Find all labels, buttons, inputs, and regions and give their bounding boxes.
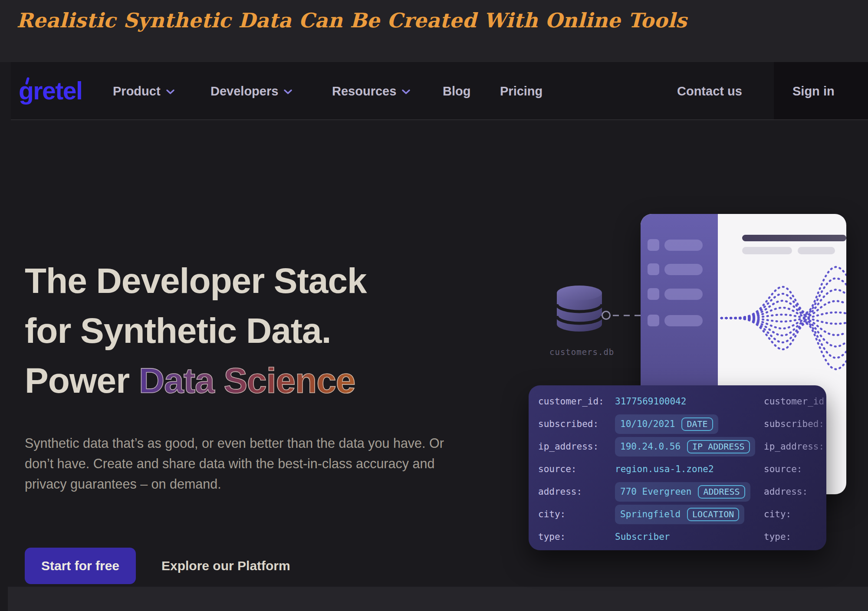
field-label: subscribed:	[538, 419, 615, 429]
nav-item-label: Resources	[332, 84, 396, 99]
record-row-ip-address: ip_address: 190.24.0.56 IP ADDRESS	[538, 435, 781, 458]
nav-item-label: Product	[113, 84, 161, 99]
contact-us-link[interactable]: Contact us	[677, 62, 742, 120]
field-label: address:	[764, 486, 826, 497]
window-title-placeholder	[742, 235, 846, 241]
contact-us-label: Contact us	[677, 84, 742, 99]
hero-heading-line3: Power Data Science	[25, 355, 367, 405]
page-header-strip: Realistic Synthetic Data Can Be Created …	[0, 0, 868, 62]
field-value: region.usa-1.zone2	[615, 464, 714, 474]
record-row-address: address: 770 Evergreen ADDRESS	[538, 480, 781, 503]
explore-platform-link[interactable]: Explore our Platform	[161, 548, 290, 584]
field-label: customer_id:	[538, 396, 615, 407]
connector-dashed-line	[613, 315, 641, 316]
sign-in-label: Sign in	[792, 84, 835, 99]
field-label: source:	[538, 464, 615, 474]
hero-heading-line3-prefix: Power	[25, 361, 139, 400]
database-filename-label: customers.db	[549, 347, 614, 357]
data-record-card: customer_id: 3177569100042 subscribed: 1…	[529, 385, 826, 550]
sidebar-menu-placeholder	[648, 288, 703, 300]
sidebar-menu-placeholder	[648, 239, 703, 251]
sign-in-link[interactable]: Sign in	[792, 62, 835, 120]
hero-heading: The Developer Stack for Synthetic Data. …	[25, 256, 367, 405]
gretel-logo[interactable]: gretel	[19, 73, 82, 108]
menu-label-placeholder	[664, 264, 703, 275]
highlighted-value-group: Springfield LOCATION	[615, 505, 744, 524]
record-fields: customer_id: 3177569100042 subscribed: 1…	[538, 390, 781, 548]
navbar: gretel Product Developers Resources Blog…	[11, 62, 868, 120]
record-row-subscribed: subscribed: 10/10/2021 DATE	[538, 413, 781, 435]
next-section-strip	[8, 587, 868, 611]
record-row-partial: type:	[764, 526, 826, 548]
nav-item-product[interactable]: Product	[113, 62, 174, 120]
menu-icon-placeholder	[648, 239, 659, 251]
database-icon	[556, 285, 603, 340]
hero-heading-gradient-text: Data Science	[139, 361, 355, 400]
highlighted-value-group: 10/10/2021 DATE	[615, 414, 718, 434]
page-headline: Realistic Synthetic Data Can Be Created …	[16, 9, 687, 32]
field-value: Springfield	[620, 509, 681, 519]
nav-item-resources[interactable]: Resources	[332, 62, 410, 120]
nav-item-label: Blog	[443, 84, 470, 99]
record-fields-second-column: customer_id: subscribed: ip_address: sou…	[764, 390, 826, 548]
connector-ring-icon	[602, 311, 611, 320]
field-label: city:	[538, 509, 615, 519]
field-value: 10/10/2021	[620, 419, 675, 429]
field-label: type:	[538, 532, 615, 542]
wave-curve	[721, 318, 846, 358]
field-value: 3177569100042	[615, 396, 686, 407]
hero-paragraph: Synthetic data that’s as good, or even b…	[25, 433, 459, 494]
menu-icon-placeholder	[648, 288, 659, 300]
chevron-down-icon	[166, 89, 174, 95]
highlighted-value-group: 190.24.0.56 IP ADDRESS	[615, 437, 755, 457]
hero-heading-line1: The Developer Stack	[25, 256, 367, 306]
nav-item-developers[interactable]: Developers	[210, 62, 292, 120]
hero-heading-line2: for Synthetic Data.	[25, 306, 367, 355]
menu-icon-placeholder	[648, 315, 659, 326]
menu-label-placeholder	[664, 315, 703, 326]
record-row-source: source: region.usa-1.zone2	[538, 458, 781, 480]
field-value: 190.24.0.56	[620, 441, 681, 452]
entity-badge-location: LOCATION	[687, 508, 739, 521]
sidebar-menu-placeholder	[648, 315, 703, 326]
record-row-partial: subscribed:	[764, 413, 826, 435]
field-label: ip_address:	[764, 441, 826, 452]
nav-item-label: Pricing	[500, 84, 542, 99]
record-row-customer-id: customer_id: 3177569100042	[538, 390, 781, 413]
start-for-free-button[interactable]: Start for free	[25, 548, 136, 584]
field-label: subscribed:	[764, 419, 826, 429]
record-row-partial: source:	[764, 458, 826, 480]
entity-badge-address: ADDRESS	[698, 485, 745, 499]
nav-item-blog[interactable]: Blog	[443, 62, 470, 120]
menu-label-placeholder	[664, 240, 703, 251]
window-subtitle-placeholder	[798, 247, 835, 254]
entity-badge-ip-address: IP ADDRESS	[687, 440, 750, 453]
field-label: ip_address:	[538, 441, 615, 452]
entity-badge-date: DATE	[681, 417, 713, 431]
menu-icon-placeholder	[648, 263, 659, 275]
field-label: type:	[764, 532, 826, 542]
nav-item-pricing[interactable]: Pricing	[500, 62, 542, 120]
record-row-partial: customer_id:	[764, 390, 826, 413]
wave-curve	[721, 301, 846, 318]
chevron-down-icon	[402, 89, 410, 95]
record-row-partial: city:	[764, 503, 826, 526]
window-subtitle-placeholder	[742, 247, 792, 254]
field-value: Subscriber	[615, 532, 670, 542]
record-row-type: type: Subscriber	[538, 526, 781, 548]
field-label: address:	[538, 486, 615, 497]
wave-curve	[721, 278, 846, 318]
wave-curve	[721, 318, 846, 335]
field-value: 770 Evergreen	[620, 486, 691, 497]
chevron-down-icon	[284, 89, 292, 95]
record-row-partial: ip_address:	[764, 435, 826, 458]
menu-label-placeholder	[664, 289, 703, 300]
highlighted-value-group: 770 Evergreen ADDRESS	[615, 482, 750, 502]
sidebar-menu-placeholder	[648, 263, 703, 275]
field-label: city:	[764, 509, 826, 519]
nav-item-label: Developers	[210, 84, 278, 99]
field-label: customer_id:	[764, 396, 826, 407]
record-row-partial: address:	[764, 480, 826, 503]
field-label: source:	[764, 464, 826, 474]
record-row-city: city: Springfield LOCATION	[538, 503, 781, 526]
